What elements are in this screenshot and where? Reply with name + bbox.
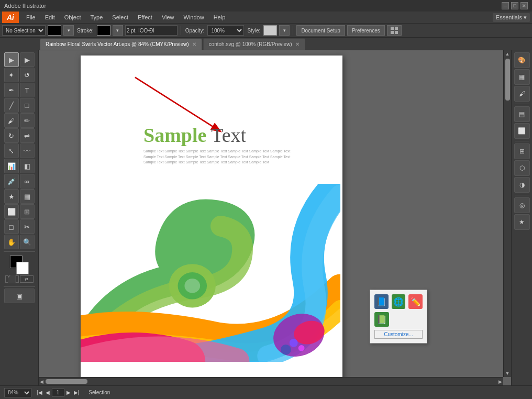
menu-bar: Ai File Edit Object Type Select Effect V… xyxy=(0,12,532,23)
tab-2[interactable]: contoh.svg @ 100% (RGB/Preview) ✕ xyxy=(203,38,305,50)
popup-icon-4[interactable]: 📗 xyxy=(374,312,389,327)
opacity-dropdown[interactable]: 100% xyxy=(207,25,244,36)
pen-tool[interactable]: ✒ xyxy=(4,83,19,97)
pathfinder-panel-btn[interactable]: ◑ xyxy=(514,177,530,193)
type-tool[interactable]: T xyxy=(20,83,35,97)
eraser-tool[interactable]: ◻ xyxy=(4,219,19,234)
arrange-btn[interactable] xyxy=(387,25,402,36)
layers-panel-btn[interactable]: ▤ xyxy=(514,106,530,122)
artboards-panel-btn[interactable]: ⬜ xyxy=(514,123,530,139)
no-selection-dropdown[interactable]: No Selection xyxy=(2,25,46,36)
style-swatch[interactable] xyxy=(263,25,277,36)
menu-edit[interactable]: Edit xyxy=(41,13,59,21)
next-page-btn[interactable]: ▶ xyxy=(65,390,72,395)
first-page-btn[interactable]: |◀ xyxy=(36,390,43,395)
magic-wand-tool[interactable]: ✦ xyxy=(4,68,19,82)
gradient-tool[interactable]: ◧ xyxy=(20,159,35,173)
vertical-scrollbar[interactable]: ▲ ▼ xyxy=(503,50,511,377)
prev-page-btn[interactable]: ◀ xyxy=(45,390,51,395)
tab-1-close[interactable]: ✕ xyxy=(192,41,196,47)
rotate-tool[interactable]: ↻ xyxy=(4,128,19,143)
opacity-label: Opacity: xyxy=(184,28,206,34)
scale-tool[interactable]: ⤡ xyxy=(4,143,19,158)
popup-icon-2[interactable]: 🌐 xyxy=(392,294,406,309)
customize-button[interactable]: Customize... xyxy=(374,330,423,339)
brushes-panel-btn[interactable]: 🖌 xyxy=(514,86,530,102)
menu-object[interactable]: Object xyxy=(60,13,85,21)
sample-regular-text: Text xyxy=(206,124,246,146)
hand-tool[interactable]: ✋ xyxy=(4,235,19,249)
horizontal-scrollbar[interactable]: ◀ ▶ xyxy=(39,377,503,385)
default-colors-btn[interactable]: ⬛ xyxy=(5,275,19,283)
graphic-styles-btn[interactable]: ★ xyxy=(514,214,530,230)
customize-popup: 📘 🌐 ✏️ 📗 Customize... xyxy=(370,290,427,343)
stroke-value-input[interactable] xyxy=(125,25,178,36)
selection-tool[interactable]: ▶ xyxy=(4,52,19,67)
swatches-panel-btn[interactable]: ▦ xyxy=(514,69,530,85)
screen-mode-btn[interactable]: ▣ xyxy=(4,289,35,303)
appearance-panel-btn[interactable]: ◎ xyxy=(514,197,530,213)
maximize-button[interactable]: □ xyxy=(511,2,518,9)
zoom-select[interactable]: 84% 100% 50% xyxy=(4,388,31,397)
scroll-thumb-vertical[interactable] xyxy=(505,59,510,101)
lasso-tool[interactable]: ↺ xyxy=(20,68,35,82)
menu-effect[interactable]: Effect xyxy=(134,13,157,21)
pencil-tool[interactable]: ✏ xyxy=(20,113,35,128)
align-panel-btn[interactable]: ⊞ xyxy=(514,143,530,159)
right-panel: 🎨 ▦ 🖌 ▤ ⬜ ⊞ ⬡ ◑ ◎ ★ xyxy=(511,50,532,385)
menu-help[interactable]: Help xyxy=(209,13,230,21)
preferences-button[interactable]: Preferences xyxy=(347,25,385,36)
page-number-input[interactable] xyxy=(52,389,64,397)
menu-type[interactable]: Type xyxy=(86,13,107,21)
scroll-right-arrow[interactable]: ▶ xyxy=(497,378,503,385)
symbol-tool[interactable]: ★ xyxy=(4,189,19,204)
svg-rect-3 xyxy=(395,31,398,34)
svg-point-9 xyxy=(290,339,298,347)
color-panel-btn[interactable]: 🎨 xyxy=(514,52,530,68)
blend-tool[interactable]: ∞ xyxy=(20,174,35,189)
reflect-tool[interactable]: ⇌ xyxy=(20,128,35,143)
warp-tool[interactable]: 〰 xyxy=(20,143,35,158)
transform-panel-btn[interactable]: ⬡ xyxy=(514,160,530,176)
essentials-label[interactable]: Essentials ▾ xyxy=(493,13,530,22)
swap-colors-btn[interactable]: ⇄ xyxy=(20,275,34,283)
svg-rect-2 xyxy=(391,31,394,34)
zoom-tool[interactable]: 🔍 xyxy=(20,235,35,249)
scroll-thumb-horizontal[interactable] xyxy=(46,379,87,384)
scroll-down-arrow[interactable]: ▼ xyxy=(504,370,511,377)
tab-1[interactable]: Rainbow Floral Swirls Vector Art.eps @ 8… xyxy=(40,38,202,50)
scissors-tool[interactable]: ✂ xyxy=(20,219,35,234)
style-options-btn[interactable]: ▾ xyxy=(279,25,290,36)
stroke-color-swatch[interactable] xyxy=(97,25,110,36)
status-bar: 84% 100% 50% |◀ ◀ ▶ ▶| Selection xyxy=(0,385,532,399)
eyedropper-tool[interactable]: 💉 xyxy=(4,174,19,189)
scroll-left-arrow[interactable]: ◀ xyxy=(39,378,45,385)
shape-tool[interactable]: □ xyxy=(20,98,35,113)
background-color[interactable] xyxy=(16,262,29,274)
scroll-up-arrow[interactable]: ▲ xyxy=(504,50,511,58)
graph-tool[interactable]: 📊 xyxy=(4,159,19,173)
tab-2-close[interactable]: ✕ xyxy=(295,41,300,47)
last-page-btn[interactable]: ▶| xyxy=(73,390,81,395)
paintbrush-tool[interactable]: 🖌 xyxy=(4,113,19,128)
document-setup-button[interactable]: Document Setup xyxy=(296,25,345,36)
fill-color-swatch[interactable] xyxy=(48,25,61,36)
artboard-tool[interactable]: ⬜ xyxy=(4,204,19,219)
minimize-button[interactable]: ─ xyxy=(502,2,509,9)
column-graph-tool[interactable]: ▦ xyxy=(20,189,35,204)
svg-rect-1 xyxy=(395,27,398,30)
popup-icon-3[interactable]: ✏️ xyxy=(408,294,423,309)
menu-select[interactable]: Select xyxy=(108,13,132,21)
slice-tool[interactable]: ⊞ xyxy=(20,204,35,219)
direct-selection-tool[interactable]: ▶ xyxy=(20,52,35,67)
close-button[interactable]: ✕ xyxy=(520,2,528,9)
fill-options-btn[interactable]: ▾ xyxy=(63,25,74,36)
menu-window[interactable]: Window xyxy=(180,13,208,21)
app-logo: Ai xyxy=(2,12,19,23)
popup-icon-1[interactable]: 📘 xyxy=(374,294,389,309)
tab-bar: Rainbow Floral Swirls Vector Art.eps @ 8… xyxy=(0,38,532,50)
menu-view[interactable]: View xyxy=(158,13,179,21)
line-tool[interactable]: ╱ xyxy=(4,98,19,113)
stroke-options-btn[interactable]: ▾ xyxy=(113,25,123,36)
menu-file[interactable]: File xyxy=(22,13,40,21)
